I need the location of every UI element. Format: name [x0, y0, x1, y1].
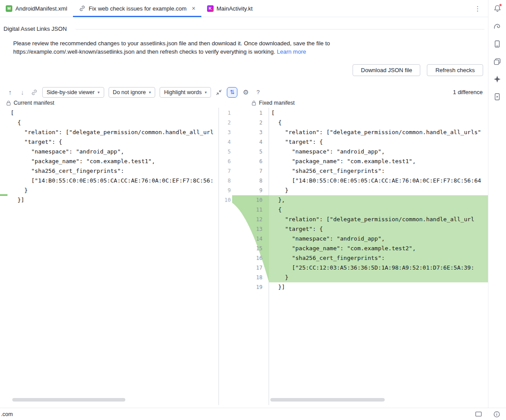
code-line: }, — [269, 195, 488, 205]
insertion-marker — [0, 194, 7, 196]
lock-icon — [251, 100, 256, 106]
notification-badge — [499, 4, 502, 7]
link-icon — [79, 5, 86, 12]
refresh-checks-button[interactable]: Refresh checks — [427, 64, 483, 76]
code-line: [ — [269, 108, 488, 118]
code-line: "target": { — [0, 137, 218, 147]
more-options-icon[interactable]: ⋮ — [472, 0, 484, 17]
chevron-down-icon: ▾ — [98, 90, 100, 95]
lock-icon — [6, 100, 11, 106]
code-line: "target": { — [269, 137, 488, 147]
current-manifest-header: Current manifest — [6, 100, 54, 106]
right-code: [ { "relation": ["delegate_permission/co… — [269, 108, 488, 292]
viewer-mode-dropdown[interactable]: Side-by-side viewer ▾ — [42, 87, 104, 98]
previous-difference-icon[interactable]: ↑ — [6, 89, 14, 95]
app-window: M AndroidManifest.xml Fix web check issu… — [0, 0, 506, 420]
line-number: 3 — [245, 128, 262, 137]
highlight-mode-dropdown[interactable]: Highlight words ▾ — [160, 87, 211, 98]
line-number: 7 — [245, 166, 262, 176]
dropdown-label: Highlight words — [164, 89, 201, 95]
help-icon[interactable]: ? — [254, 89, 262, 95]
line-number: 9 — [219, 186, 231, 195]
fixed-manifest-pane[interactable]: [ { "relation": ["delegate_permission/co… — [269, 108, 488, 405]
right-line-numbers: 12345678910111213141516171819 — [245, 108, 262, 292]
notifications-bell-icon[interactable] — [488, 0, 506, 17]
editor-tab-bar: M AndroidManifest.xml Fix web check issu… — [0, 0, 488, 17]
right-horizontal-scrollbar[interactable] — [270, 398, 385, 402]
line-number: 11 — [245, 205, 262, 215]
left-code: [ { "relation": ["delegate_permission/co… — [0, 108, 218, 205]
gradle-icon[interactable] — [488, 18, 506, 35]
collapse-unchanged-icon[interactable] — [215, 89, 222, 96]
description: Please review the recommended changes to… — [13, 39, 330, 56]
line-number: 7 — [219, 166, 231, 176]
layers-icon[interactable] — [488, 53, 506, 70]
line-number: 17 — [245, 263, 262, 273]
learn-more-link[interactable]: Learn more — [277, 48, 306, 55]
tab-mainactivity[interactable]: K MainActivity.kt — [201, 0, 258, 17]
code-line: "target": { — [269, 224, 488, 234]
line-number: 4 — [219, 137, 231, 147]
code-line: }] — [269, 282, 488, 292]
line-number: 15 — [245, 244, 262, 253]
settings-gear-icon[interactable]: ⚙ — [242, 89, 250, 95]
tab-fix-web-check-issues[interactable]: Fix web check issues for example.com × — [73, 0, 201, 17]
next-difference-icon[interactable]: ↓ — [18, 89, 26, 95]
code-line: "namespace": "android_app", — [269, 234, 488, 244]
code-line: { — [269, 118, 488, 128]
line-number: 1 — [245, 108, 262, 118]
code-line: { — [0, 118, 218, 128]
dropdown-label: Do not ignore — [113, 89, 146, 95]
right-tool-stripe — [488, 0, 506, 408]
line-number: 14 — [245, 234, 262, 244]
line-number: 2 — [219, 118, 231, 128]
code-line: "package_name": "com.example.test2", — [269, 244, 488, 253]
info-icon[interactable] — [493, 411, 500, 418]
status-bar: .com — [0, 408, 506, 420]
line-number: 10 — [245, 195, 262, 205]
code-line: ["14:B0:55:C0:0E:05:05:CA:CC:AE:76:0A:0C… — [269, 176, 488, 186]
code-line: { — [269, 205, 488, 215]
diff-gutter: 12345678910 1234567891011121314151617181… — [218, 108, 269, 405]
code-line: } — [269, 186, 488, 195]
code-line: "relation": ["delegate_permission/common… — [0, 128, 218, 137]
description-line2-wrap: https://example.com/.well-known/assetlin… — [13, 47, 330, 56]
difference-count: 1 difference — [453, 89, 483, 95]
device-manager-icon[interactable] — [488, 35, 506, 52]
left-horizontal-scrollbar[interactable] — [12, 398, 125, 402]
line-number: 16 — [245, 253, 262, 263]
code-line: "relation": ["delegate_permission/common… — [269, 215, 488, 224]
code-line: "namespace": "android_app", — [269, 147, 488, 157]
kotlin-file-icon: K — [207, 5, 214, 12]
tab-label: MainActivity.kt — [217, 5, 253, 12]
pane-title: Fixed manifest — [259, 100, 295, 106]
diff-area: [ { "relation": ["delegate_permission/co… — [0, 108, 488, 405]
ignore-policy-dropdown[interactable]: Do not ignore ▾ — [109, 87, 156, 98]
tab-androidmanifest[interactable]: M AndroidManifest.xml — [0, 0, 73, 17]
running-devices-icon[interactable] — [488, 88, 506, 105]
description-line1: Please review the recommended changes to… — [13, 39, 330, 47]
line-number: 8 — [245, 176, 262, 186]
jump-to-source-link-icon[interactable] — [31, 89, 38, 96]
line-number: 10 — [219, 195, 231, 205]
pane-title: Current manifest — [14, 100, 54, 106]
code-line: "relation": ["delegate_permission/common… — [269, 128, 488, 137]
title-divider — [76, 29, 484, 29]
gemini-star-icon[interactable] — [488, 70, 506, 88]
line-number: 4 — [245, 137, 262, 147]
tab-label: AndroidManifest.xml — [15, 5, 67, 12]
line-number: 12 — [245, 215, 262, 224]
current-manifest-pane[interactable]: [ { "relation": ["delegate_permission/co… — [0, 108, 218, 405]
close-tab-icon[interactable]: × — [192, 5, 195, 11]
line-number: 9 — [245, 186, 262, 195]
download-json-button[interactable]: Download JSON file — [353, 64, 420, 76]
window-icon[interactable] — [475, 411, 482, 417]
line-number: 13 — [245, 224, 262, 234]
status-text: .com — [1, 411, 13, 417]
code-line: [ — [0, 108, 218, 118]
tab-label: Fix web check issues for example.com — [89, 5, 187, 12]
diff-toolbar: ↑ ↓ Side-by-side viewer ▾ Do not ignore … — [0, 86, 488, 98]
line-number: 8 — [219, 176, 231, 186]
line-number: 6 — [219, 157, 231, 166]
synchronize-scrolling-toggle[interactable]: ⇅ — [227, 87, 237, 98]
